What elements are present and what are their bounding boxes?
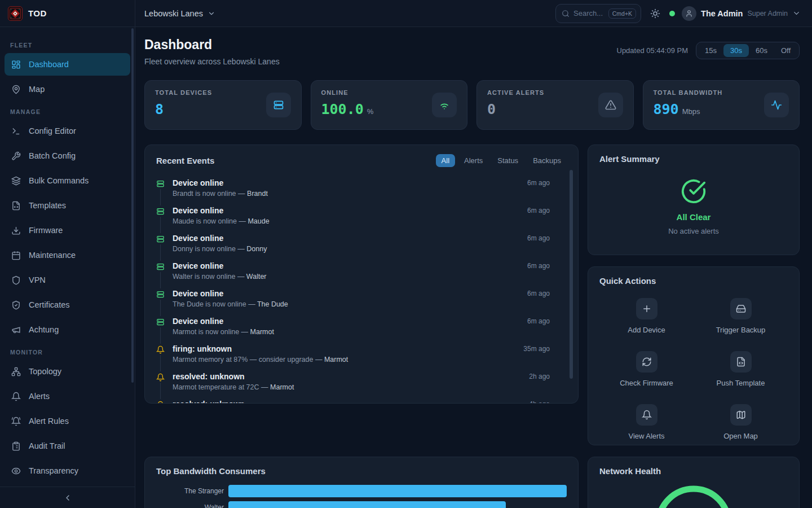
alert-summary-panel: Alert Summary All Clear No active alerts	[588, 144, 800, 255]
sidebar-item-label: Maintenance	[29, 251, 76, 260]
event-title: Device online	[173, 261, 527, 271]
sun-icon	[650, 8, 660, 19]
user-menu[interactable]: The Admin Super Admin	[682, 6, 801, 21]
sidebar-scrollbar[interactable]	[131, 28, 134, 383]
server-icon	[156, 205, 165, 217]
event-detail: Marmot is now online — Marmot	[173, 328, 527, 336]
sidebar-item-achtung[interactable]: Achtung	[5, 318, 130, 341]
server-icon	[156, 233, 165, 244]
event-row: resolved: unknown 4h ago	[156, 396, 567, 404]
add-device-button[interactable]: Add Device	[599, 298, 694, 334]
stat-value: 100.0	[321, 101, 364, 117]
chevron-down-icon	[792, 9, 801, 17]
sidebar-item-templates[interactable]: Templates	[5, 194, 130, 217]
recent-events-panel: Recent Events All Alerts Status Backups …	[144, 144, 579, 404]
stat-label: ACTIVE ALERTS	[487, 89, 544, 96]
wrench-icon	[11, 151, 21, 161]
event-row: Device online The Dude is now online — T…	[156, 286, 567, 313]
events-scrollbar-thumb[interactable]	[570, 170, 573, 379]
push-template-button[interactable]: Push Template	[694, 351, 788, 387]
server-icon	[156, 288, 165, 300]
bandwidth-device-label: The Stranger	[156, 487, 228, 495]
sidebar-item-config-editor[interactable]: Config Editor	[5, 120, 130, 142]
sidebar-item-maintenance[interactable]: Maintenance	[5, 244, 130, 266]
search-input[interactable]	[573, 9, 604, 17]
event-time: 35m ago	[523, 344, 550, 353]
sidebar-item-label: Certificates	[29, 300, 70, 309]
quick-action-label: Push Template	[717, 379, 765, 387]
event-title: resolved: unknown	[173, 399, 529, 404]
event-detail: Marmot temperature at 72C — Marmot	[173, 383, 529, 391]
tab-backups[interactable]: Backups	[527, 154, 567, 167]
open-map-button[interactable]: Open Map	[694, 404, 788, 440]
stat-card-total-bandwidth: TOTAL BANDWIDTH 890 Mbps	[643, 80, 800, 130]
sidebar-item-certificates[interactable]: Certificates	[5, 294, 130, 316]
event-detail: Marmot memory at 87% — consider upgrade …	[173, 356, 523, 364]
theme-toggle-button[interactable]	[648, 6, 663, 21]
event-device: Donny	[246, 245, 267, 253]
sidebar-item-vpn[interactable]: VPN	[5, 269, 130, 291]
sidebar-collapse-button[interactable]	[0, 487, 135, 508]
bandwidth-chart: The Stranger Walter	[156, 485, 567, 508]
event-row: Device online Marmot is now online — Mar…	[156, 313, 567, 341]
sidebar-item-map[interactable]: Map	[5, 78, 130, 100]
sidebar-item-bulk-commands[interactable]: Bulk Commands	[5, 169, 130, 192]
alert-summary-detail: No active alerts	[668, 227, 719, 235]
event-title: Device online	[173, 178, 527, 188]
events-scrollbar	[570, 169, 573, 395]
sidebar-item-dashboard[interactable]: Dashboard	[5, 53, 130, 76]
check-firmware-button[interactable]: Check Firmware	[599, 351, 694, 387]
sidebar-item-alerts[interactable]: Alerts	[5, 385, 130, 408]
event-row: Device online Donny is now online — Donn…	[156, 230, 567, 258]
sidebar-item-label: Audit Trail	[29, 441, 65, 450]
trigger-backup-button[interactable]: Trigger Backup	[694, 298, 788, 334]
bandwidth-consumers-panel: Top Bandwidth Consumers The Stranger Wal…	[144, 457, 579, 508]
tab-all[interactable]: All	[436, 154, 455, 167]
sidebar-item-audit-trail[interactable]: Audit Trail	[5, 435, 130, 457]
nav-section-manage: MANAGE	[5, 107, 130, 116]
stat-value: 8	[155, 101, 164, 117]
event-device: The Dude	[257, 300, 288, 308]
fleet-selector[interactable]: Lebowski Lanes	[144, 9, 215, 18]
search-shortcut-badge: Cmd+K	[608, 8, 636, 19]
event-title: resolved: unknown	[173, 371, 529, 382]
event-device: Marmot	[250, 328, 274, 336]
sidebar-item-alert-rules[interactable]: Alert Rules	[5, 410, 130, 432]
bandwidth-bar	[228, 485, 567, 497]
event-row: resolved: unknown Marmot temperature at …	[156, 369, 567, 396]
sidebar-item-topology[interactable]: Topology	[5, 360, 130, 383]
interval-off-button[interactable]: Off	[774, 44, 797, 57]
interval-30s-button[interactable]: 30s	[723, 44, 749, 57]
interval-15s-button[interactable]: 15s	[698, 44, 723, 57]
shield-icon	[11, 275, 21, 285]
stat-unit: Mbps	[682, 107, 700, 116]
stat-label: TOTAL DEVICES	[155, 89, 212, 96]
topbar: Lebowski Lanes Cmd+K The Admi	[135, 0, 812, 27]
sidebar-item-label: VPN	[29, 275, 46, 284]
event-detail: Donny is now online — Donny	[173, 245, 527, 253]
file-code-icon	[11, 201, 21, 211]
quick-action-label: Trigger Backup	[716, 326, 766, 334]
sidebar-item-firmware[interactable]: Firmware	[5, 219, 130, 242]
sidebar-item-label: Bulk Commands	[29, 176, 89, 185]
tab-status[interactable]: Status	[492, 154, 524, 167]
interval-60s-button[interactable]: 60s	[749, 44, 774, 57]
bell-icon	[156, 371, 165, 383]
event-device: Maude	[248, 217, 269, 225]
sidebar-item-transparency[interactable]: Transparency	[5, 459, 130, 482]
activity-icon	[764, 93, 789, 117]
tod-logo-icon	[8, 6, 23, 21]
sidebar-item-label: Map	[29, 85, 45, 94]
user-icon	[685, 10, 693, 17]
view-alerts-button[interactable]: View Alerts	[599, 404, 694, 440]
sidebar-item-batch-config[interactable]: Batch Config	[5, 144, 130, 167]
tab-alerts[interactable]: Alerts	[458, 154, 488, 167]
sidebar-item-label: Alert Rules	[29, 417, 69, 426]
network-health-panel: Network Health 100	[588, 457, 800, 508]
event-detail: Brandt is now online — Brandt	[173, 190, 527, 198]
recent-events-title: Recent Events	[156, 156, 214, 165]
refresh-icon	[636, 351, 657, 373]
wifi-icon	[432, 93, 457, 117]
search-box: Cmd+K	[555, 4, 641, 23]
sidebar-item-label: Alerts	[29, 392, 50, 401]
